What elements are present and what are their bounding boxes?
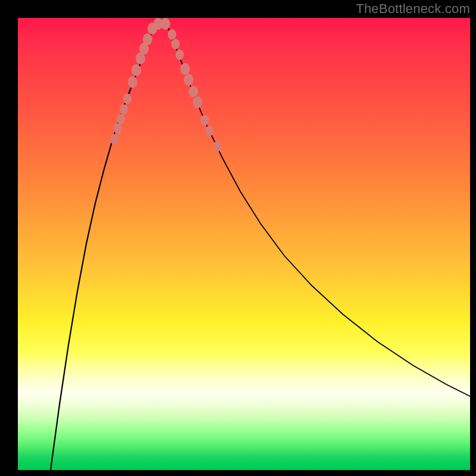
data-marker bbox=[131, 64, 141, 76]
chart-svg bbox=[18, 18, 470, 470]
data-marker bbox=[143, 33, 152, 45]
data-marker bbox=[171, 39, 180, 49]
marker-group bbox=[110, 18, 221, 152]
watermark-label: TheBottleneck.com bbox=[356, 1, 470, 17]
data-marker bbox=[213, 141, 221, 152]
data-marker bbox=[120, 104, 128, 115]
data-marker bbox=[110, 134, 118, 145]
data-marker bbox=[168, 29, 176, 40]
curve-right-branch bbox=[167, 24, 470, 396]
data-marker bbox=[117, 114, 125, 124]
data-marker bbox=[114, 123, 122, 134]
data-marker bbox=[180, 63, 190, 75]
data-marker bbox=[205, 126, 214, 136]
chart-container: TheBottleneck.com bbox=[0, 0, 476, 476]
data-marker bbox=[184, 74, 193, 86]
data-marker bbox=[176, 49, 184, 60]
data-marker bbox=[193, 96, 202, 108]
data-marker bbox=[189, 86, 198, 98]
curve-left-branch bbox=[51, 24, 155, 470]
data-marker bbox=[161, 18, 170, 30]
data-marker bbox=[201, 115, 209, 126]
data-marker bbox=[128, 76, 137, 88]
data-marker bbox=[123, 93, 131, 104]
